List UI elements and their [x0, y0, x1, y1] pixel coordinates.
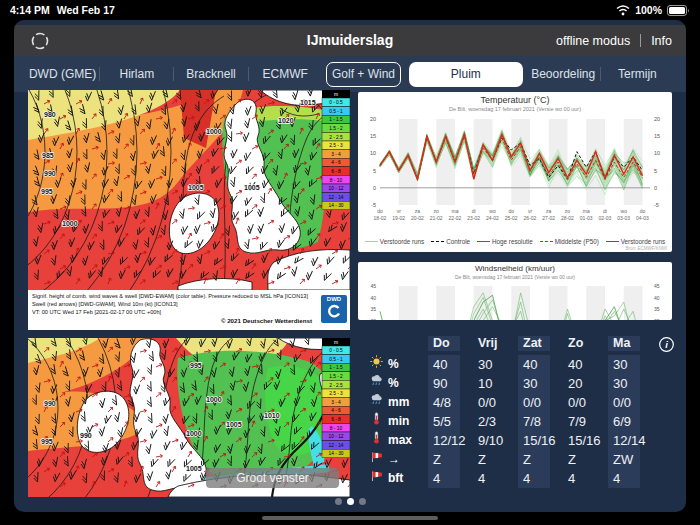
tab-golf-wind[interactable]: Golf + Wind	[326, 62, 401, 87]
dwd-logo: DWD	[321, 295, 347, 323]
svg-text:1.5 - 2: 1.5 - 2	[329, 374, 343, 379]
wave-map-top[interactable]: 980985990995100010001005100510151020m0 -…	[28, 90, 350, 330]
rain-icon	[370, 393, 383, 412]
svg-text:m: m	[334, 339, 338, 345]
svg-text:5: 5	[654, 168, 657, 174]
svg-text:ma: ma	[583, 208, 590, 214]
table-cell-spacer	[653, 450, 677, 469]
groot-venster-button[interactable]: Groot venster	[206, 468, 339, 488]
svg-text:do: do	[640, 208, 646, 214]
home-indicator[interactable]	[262, 516, 438, 520]
row-label-mm: mm	[358, 393, 428, 412]
page-dot-2[interactable]	[359, 498, 366, 505]
svg-text:vr: vr	[397, 208, 402, 214]
wave-map-bottom[interactable]: 99599099099510001000100510051010m0 - 0.5…	[28, 338, 350, 497]
table-corner	[358, 336, 428, 351]
battery-percent: 100%	[635, 4, 662, 16]
tab-dwd-gme-[interactable]: DWD (GME)	[26, 62, 99, 87]
chart-title: Windsnelheid (km/uur)	[358, 264, 672, 273]
tab-bracknell[interactable]: Bracknell	[174, 62, 247, 87]
tab-hirlam[interactable]: Hirlam	[100, 62, 173, 87]
table-cell: 6/9	[608, 412, 653, 431]
svg-text:12 - 14: 12 - 14	[329, 195, 344, 200]
page-dot-0[interactable]	[335, 498, 342, 505]
forecast-table: DoVrijZatZoMai%4030404030%9010302030mm4/…	[358, 336, 672, 488]
svg-text:1020: 1020	[278, 117, 294, 124]
battery-icon	[667, 5, 690, 16]
svg-text:45: 45	[654, 283, 660, 289]
svg-text:995: 995	[190, 362, 202, 369]
svg-text:1 - 1.5: 1 - 1.5	[329, 117, 343, 122]
svg-text:1005: 1005	[244, 184, 260, 191]
column-header-vrij: Vrij	[473, 336, 518, 351]
table-cell: 0/0	[563, 393, 608, 412]
svg-text:0: 0	[654, 185, 657, 191]
svg-text:01-03: 01-03	[580, 215, 593, 221]
offline-modus-button[interactable]: offline modus	[556, 34, 630, 48]
svg-text:1.5 - 2: 1.5 - 2	[329, 126, 343, 131]
table-cell: 15/16	[518, 431, 563, 450]
table-cell: 0/0	[608, 393, 653, 412]
tab-pluim[interactable]: Pluim	[409, 62, 522, 87]
svg-text:04-03: 04-03	[636, 215, 649, 221]
svg-text:21-02: 21-02	[430, 215, 443, 221]
svg-text:40: 40	[654, 295, 660, 301]
table-cell: 4	[563, 469, 608, 488]
table-cell: 40	[563, 355, 608, 374]
legend-item: Hoge resolutie	[477, 238, 533, 245]
svg-text:35: 35	[370, 306, 376, 312]
svg-text:4 - 6: 4 - 6	[331, 408, 341, 413]
table-cell: Z	[428, 450, 473, 469]
table-cell: 30	[608, 355, 653, 374]
legend-item: Verstoorde runs	[606, 238, 665, 245]
wifi-icon	[616, 5, 630, 16]
svg-text:20: 20	[370, 117, 376, 122]
tab-beoordeling[interactable]: Beoordeling	[527, 62, 600, 87]
table-cell: 30	[518, 374, 563, 393]
info-button[interactable]: Info	[651, 34, 672, 48]
table-cell: 5/5	[428, 412, 473, 431]
table-cell: 30	[608, 374, 653, 393]
rain-icon	[370, 374, 383, 393]
page-dots	[14, 498, 686, 505]
map-caption-line1: Signif. height of comb. wind waves & swe…	[32, 292, 346, 300]
wave-scale-legend: m0 - 0.50.5 - 11 - 1.51.5 - 22 - 2.52.5 …	[322, 338, 350, 458]
svg-text:1000: 1000	[206, 396, 222, 403]
tab-ecmwf[interactable]: ECMWF	[249, 62, 322, 87]
table-cell: 40	[428, 355, 473, 374]
info-button[interactable]: i	[653, 336, 675, 351]
svg-text:25-02: 25-02	[505, 215, 518, 221]
svg-text:1005: 1005	[188, 184, 204, 191]
page-dot-1[interactable]	[347, 498, 354, 505]
svg-text:24-02: 24-02	[486, 215, 499, 221]
svg-text:12 - 14: 12 - 14	[329, 443, 344, 448]
svg-text:6 - 8: 6 - 8	[331, 169, 341, 174]
svg-text:35: 35	[654, 306, 660, 312]
status-date: Wed Feb 17	[57, 4, 115, 16]
svg-text:14 - 30: 14 - 30	[329, 203, 344, 208]
row-label-dir: %	[358, 355, 428, 374]
svg-text:-5: -5	[654, 202, 659, 208]
svg-text:do: do	[377, 208, 383, 214]
table-cell-spacer	[653, 393, 677, 412]
table-cell: 12/14	[608, 431, 653, 450]
table-cell: 4	[428, 469, 473, 488]
map-copyright: © 2021 Deutscher Wetterdienst	[32, 317, 312, 326]
svg-text:03-03: 03-03	[617, 215, 630, 221]
table-cell-spacer	[653, 412, 677, 431]
row-label-dir: %	[358, 374, 428, 393]
svg-text:27-02: 27-02	[542, 215, 555, 221]
svg-text:8 - 10: 8 - 10	[330, 178, 343, 183]
column-header-ma: Ma	[608, 336, 653, 351]
svg-text:18-02: 18-02	[374, 215, 387, 221]
column-header-do: Do	[428, 336, 473, 351]
legend-item: Verstoorde runs	[365, 238, 424, 245]
svg-text:2.5 - 3: 2.5 - 3	[329, 143, 343, 148]
table-cell: 4/8	[428, 393, 473, 412]
svg-text:2 - 2.5: 2 - 2.5	[329, 135, 343, 140]
svg-text:za: za	[546, 208, 552, 214]
tab-termijn[interactable]: Termijn	[601, 62, 674, 87]
svg-text:wo: wo	[489, 208, 496, 214]
row-label-max: max	[358, 431, 428, 450]
header-divider	[640, 34, 641, 47]
